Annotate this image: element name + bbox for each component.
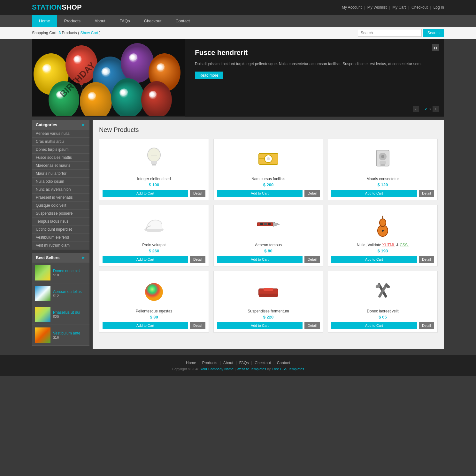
- add-to-cart-button[interactable]: Add to Cart: [331, 322, 417, 329]
- my-wishlist-link[interactable]: My Wishlist: [367, 5, 387, 10]
- detail-button[interactable]: Detail: [190, 190, 205, 197]
- footer-about-link[interactable]: About: [223, 361, 233, 365]
- nav-about[interactable]: About: [88, 15, 112, 27]
- category-item[interactable]: Tempus lacus risus: [32, 218, 89, 226]
- product-actions: Add to Cart Detail: [331, 256, 434, 263]
- pause-button[interactable]: ▮▮: [432, 44, 439, 51]
- category-item[interactable]: Aenean varius nulla: [32, 130, 89, 138]
- product-image: [103, 142, 205, 174]
- cart-count: 3: [58, 31, 61, 35]
- bestseller-info: Aenean eu tellus $12: [53, 289, 81, 298]
- category-item[interactable]: Mauris nulla tortor: [32, 170, 89, 178]
- svg-point-11: [381, 155, 384, 158]
- nav-checkout[interactable]: Checkout: [137, 15, 169, 27]
- detail-button[interactable]: Detail: [304, 256, 320, 263]
- categories-section: Categories ► Aenean varius nullaCras mat…: [32, 120, 89, 250]
- detail-button[interactable]: Detail: [190, 322, 205, 329]
- product-price: $ 100: [103, 182, 205, 187]
- category-item[interactable]: Praesent id venenatis: [32, 194, 89, 202]
- bestsellers-header: Best Sellers ►: [32, 253, 89, 263]
- header-links: My Account | My Wishlist | My Cart | Che…: [342, 5, 444, 10]
- add-to-cart-button[interactable]: Add to Cart: [217, 190, 303, 197]
- header: STATIONSHOP My Account | My Wishlist | M…: [0, 0, 476, 15]
- footer-checkout-link[interactable]: Checkout: [255, 361, 271, 365]
- category-item[interactable]: Fusce sodales mattis: [32, 154, 89, 162]
- detail-button[interactable]: Detail: [190, 256, 205, 263]
- product-image: [331, 208, 434, 240]
- hero-next-button[interactable]: ›: [433, 106, 439, 112]
- footer: Home | Products | About | FAQs | Checkou…: [0, 355, 476, 376]
- product-name: Aenean tempus: [217, 243, 320, 247]
- bestseller-name[interactable]: Donec nunc nisl: [53, 269, 80, 273]
- svg-rect-27: [264, 288, 273, 291]
- detail-button[interactable]: Detail: [304, 322, 320, 329]
- category-item[interactable]: Quisque odio velit: [32, 202, 89, 210]
- bestsellers-label: Best Sellers: [36, 255, 59, 260]
- my-account-link[interactable]: My Account: [342, 5, 362, 10]
- product-actions: Add to Cart Detail: [217, 256, 320, 263]
- product-card: Suspendisse fermentum $ 220 Add to Cart …: [213, 271, 323, 333]
- category-item[interactable]: Cras mattis arcu: [32, 138, 89, 146]
- hero-page-1[interactable]: 1: [421, 107, 423, 111]
- category-item[interactable]: Velit mi rutrum diam: [32, 242, 89, 250]
- category-item[interactable]: Ut tincidunt imperdiet: [32, 226, 89, 234]
- nav-faqs[interactable]: FAQs: [112, 15, 137, 27]
- hero-prev-button[interactable]: ‹: [413, 106, 419, 112]
- bestseller-thumbnail: [35, 307, 50, 322]
- add-to-cart-button[interactable]: Add to Cart: [103, 190, 188, 197]
- my-cart-link[interactable]: My Cart: [392, 5, 406, 10]
- search-button[interactable]: Search: [423, 29, 444, 37]
- product-name: Mauris consectetur: [331, 177, 434, 181]
- footer-contact-link[interactable]: Contact: [277, 361, 290, 365]
- add-to-cart-button[interactable]: Add to Cart: [217, 256, 303, 263]
- bestseller-price: $10: [53, 273, 80, 277]
- category-item[interactable]: Donec turpis ipsum: [32, 146, 89, 154]
- search-input[interactable]: [358, 29, 422, 37]
- category-item[interactable]: Maecenas et mauris: [32, 162, 89, 170]
- product-name: Integer eleifend sed: [103, 177, 205, 181]
- category-item[interactable]: Nunc ac viverra nibh: [32, 186, 89, 194]
- footer-templates-link[interactable]: Website Templates: [236, 367, 266, 371]
- bestseller-name[interactable]: Vestibulum ante: [53, 331, 80, 335]
- nav-home[interactable]: Home: [32, 15, 57, 27]
- bestseller-item: Donec nunc nisl $10: [32, 263, 89, 283]
- category-item[interactable]: Nulla odio ipsum: [32, 178, 89, 186]
- svg-point-20: [380, 219, 386, 226]
- category-item[interactable]: Vestibulum eleifend: [32, 234, 89, 242]
- product-price: $ 120: [331, 182, 434, 187]
- detail-button[interactable]: Detail: [419, 256, 434, 263]
- checkout-link-header[interactable]: Checkout: [411, 5, 428, 10]
- svg-rect-17: [264, 223, 267, 225]
- bestseller-name[interactable]: Aenean eu tellus: [53, 289, 81, 294]
- svg-rect-18: [268, 223, 271, 225]
- product-price: $ 260: [103, 249, 205, 253]
- detail-button[interactable]: Detail: [419, 322, 434, 329]
- bestseller-thumbnail: [35, 265, 50, 280]
- cart-info: Shopping Cart: 3 Products ( Show Cart ): [32, 31, 101, 35]
- footer-home-link[interactable]: Home: [186, 361, 196, 365]
- add-to-cart-button[interactable]: Add to Cart: [331, 190, 417, 197]
- footer-faqs-link[interactable]: FAQs: [239, 361, 249, 365]
- footer-products-link[interactable]: Products: [202, 361, 217, 365]
- detail-button[interactable]: Detail: [304, 190, 320, 197]
- products-section: New Products Integer eleifend sed $ 100 …: [93, 120, 444, 349]
- hero-page-3[interactable]: 3: [429, 107, 431, 111]
- footer-company-link[interactable]: Your Company Name: [200, 367, 234, 371]
- category-item[interactable]: Suspendisse posuere: [32, 210, 89, 218]
- add-to-cart-button[interactable]: Add to Cart: [217, 322, 303, 329]
- product-card: Donec laoreet velit $ 65 Add to Cart Det…: [328, 271, 438, 333]
- bestseller-name[interactable]: Phasellus ut dui: [53, 310, 80, 315]
- read-more-button[interactable]: Read more: [195, 72, 223, 79]
- add-to-cart-button[interactable]: Add to Cart: [331, 256, 417, 263]
- hero-page-2[interactable]: 2: [425, 107, 427, 111]
- add-to-cart-button[interactable]: Add to Cart: [103, 322, 188, 329]
- product-image: [217, 208, 320, 240]
- nav-products[interactable]: Products: [57, 15, 88, 27]
- nav-contact[interactable]: Contact: [168, 15, 197, 27]
- sidebar: Categories ► Aenean varius nullaCras mat…: [32, 120, 89, 349]
- login-link[interactable]: Log In: [434, 5, 444, 10]
- show-cart-link[interactable]: Show Cart: [80, 31, 98, 35]
- detail-button[interactable]: Detail: [419, 190, 434, 197]
- add-to-cart-button[interactable]: Add to Cart: [103, 256, 188, 263]
- footer-freecss-link[interactable]: Free CSS Templates: [272, 367, 304, 371]
